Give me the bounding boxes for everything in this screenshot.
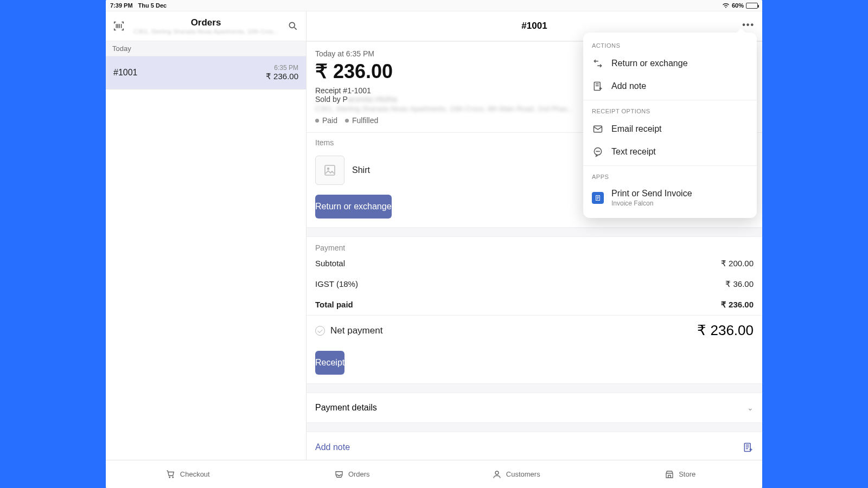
total-paid-row: Total paid₹ 236.00	[307, 294, 762, 315]
note-plus-icon	[592, 80, 604, 92]
popover-return-exchange[interactable]: Return or exchange	[583, 52, 757, 75]
receipt-button[interactable]: Receipt	[315, 351, 344, 375]
status-time: 7:39 PM	[110, 2, 133, 9]
mail-icon	[592, 123, 604, 135]
add-note-row[interactable]: Add note	[307, 432, 762, 460]
tab-customers[interactable]: Customers	[434, 460, 598, 488]
svg-point-9	[599, 151, 599, 152]
popover-section-receipt: RECEIPT OPTIONS	[583, 102, 757, 118]
subtotal-row: Subtotal₹ 200.00	[307, 253, 762, 274]
invoice-app-icon	[592, 192, 604, 204]
note-add-icon	[743, 442, 754, 453]
popover-print-invoice[interactable]: Print or Send Invoice Invoice Falcon	[583, 183, 757, 213]
item-name: Shirt	[352, 165, 370, 175]
order-time: 6:35 PM	[266, 64, 298, 72]
svg-point-0	[289, 22, 295, 28]
store-icon	[665, 470, 674, 479]
popover-email-receipt[interactable]: Email receipt	[583, 118, 757, 140]
tax-row: IGST (18%)₹ 36.00	[307, 274, 762, 294]
svg-point-7	[596, 151, 597, 152]
status-bar: 7:39 PM Thu 5 Dec 60%	[106, 0, 762, 11]
bottom-tab-bar: Checkout Orders Customers Store	[106, 460, 762, 488]
order-amount: ₹ 236.00	[266, 72, 298, 81]
popover-text-receipt[interactable]: Text receipt	[583, 140, 757, 163]
section-today: Today	[106, 41, 306, 56]
barcode-scan-icon[interactable]	[111, 18, 126, 34]
sidebar-title: Orders	[126, 17, 285, 28]
exchange-icon	[592, 57, 604, 69]
status-date: Thu 5 Dec	[138, 2, 167, 9]
svg-rect-1	[325, 165, 335, 175]
net-payment-row: Net payment ₹ 236.00	[307, 315, 762, 345]
payment-details-row[interactable]: Payment details ⌄	[307, 393, 762, 423]
image-placeholder-icon	[315, 156, 344, 185]
check-circle-icon	[315, 326, 325, 336]
order-list-item[interactable]: #1001 6:35 PM ₹ 236.00	[106, 56, 306, 89]
wifi-icon	[722, 3, 730, 8]
return-exchange-button[interactable]: Return or exchange	[315, 195, 392, 219]
paid-badge: Paid	[315, 116, 337, 125]
battery-icon	[746, 3, 758, 9]
fulfilled-badge: Fulfilled	[345, 116, 378, 125]
search-icon[interactable]	[285, 18, 301, 34]
svg-rect-3	[744, 444, 750, 452]
tab-store[interactable]: Store	[598, 460, 763, 488]
cart-icon	[166, 470, 176, 479]
svg-point-8	[598, 151, 598, 152]
svg-point-11	[495, 471, 499, 474]
detail-title: #1001	[521, 21, 547, 31]
svg-rect-4	[594, 82, 600, 91]
popover-section-actions: ACTIONS	[583, 37, 757, 52]
user-icon	[492, 470, 502, 479]
order-detail-pane: #1001 ••• Today at 6:35 PM ₹ 236.00 Rece…	[307, 11, 762, 460]
sidebar-subtitle: C301, Sterling Sharada Nivas Apartments,…	[126, 28, 285, 35]
order-id: #1001	[113, 68, 138, 78]
popover-add-note[interactable]: Add note	[583, 75, 757, 98]
chat-icon	[592, 146, 604, 158]
battery-percent: 60%	[732, 2, 744, 9]
chevron-down-icon: ⌄	[747, 403, 754, 412]
inbox-icon	[334, 470, 344, 479]
actions-popover: ACTIONS Return or exchange Add note RECE…	[583, 33, 757, 218]
tab-orders[interactable]: Orders	[270, 460, 435, 488]
payment-heading: Payment	[307, 237, 762, 253]
popover-section-apps: APPS	[583, 168, 757, 183]
orders-sidebar: Orders C301, Sterling Sharada Nivas Apar…	[106, 11, 307, 460]
svg-point-2	[328, 168, 329, 170]
tab-checkout[interactable]: Checkout	[106, 460, 270, 488]
